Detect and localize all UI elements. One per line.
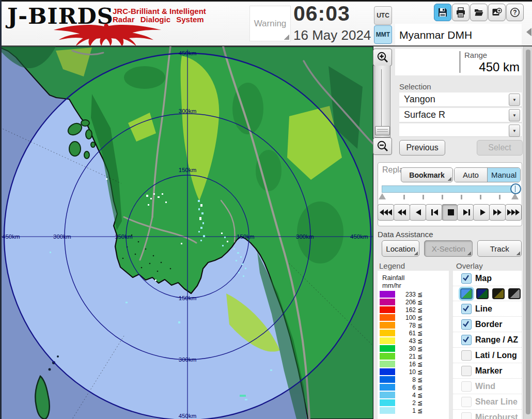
open-folder-button[interactable] [470,4,488,21]
fastest-rewind-button[interactable] [378,204,394,221]
map-style-swatch[interactable] [492,288,505,299]
overlay-item-range-az[interactable]: Range / AZ [453,332,522,348]
product-dropdown[interactable]: Surface R ▼ [399,108,522,122]
radar-echo [240,395,246,397]
zoom-out-button[interactable] [373,137,392,155]
step-back-button[interactable] [426,204,442,221]
radar-echo [126,302,128,303]
svg-text:450km: 450km [179,413,197,419]
checkbox[interactable] [461,350,472,361]
eagle-logo-icon [5,23,210,45]
legend-row: 1 ≦ [380,407,447,414]
manual-mode-button[interactable]: Manual [488,168,520,182]
chevron-down-icon[interactable]: ▼ [509,109,520,121]
map-style-swatch[interactable] [508,288,521,299]
radar-echo [245,268,246,269]
radar-echo [203,235,205,237]
site-dropdown-value: Yangon [404,94,435,105]
overlay-item-label: Line [475,304,492,314]
legend-value: 2 [397,399,416,407]
help-button[interactable]: ? [506,4,524,21]
zoom-slider-handle[interactable] [375,126,390,135]
checkbox[interactable] [461,412,472,419]
legend-value: 1 [397,407,416,414]
zoom-in-button[interactable] [373,49,392,66]
play-button[interactable] [473,204,490,221]
replay-slider-handle[interactable] [510,183,521,194]
overlay-item-border[interactable]: Border [453,317,522,332]
auto-mode-button[interactable]: Auto [455,168,488,182]
chevron-down-icon[interactable]: ▼ [509,125,520,137]
radar-echo [200,240,202,241]
app-logo: J-BIRDS JRC-Brilliant & Intelligent Rada… [4,2,211,44]
legend-value: 61 [397,330,416,337]
checkbox[interactable] [461,319,472,330]
legend-color-swatch [380,322,395,329]
overlay-item-microburst[interactable]: Microburst [453,410,522,419]
chevron-down-icon[interactable]: ▼ [509,94,520,106]
overlay-item-wind[interactable]: Wind [453,379,522,394]
legend-value: 206 [397,299,416,306]
radar-echo [227,241,228,242]
legend-row: 100 ≦ [380,314,447,321]
location-button[interactable]: Location [382,240,419,257]
legend-row: 30 ≦ [380,345,447,352]
x-section-button[interactable]: X-Section [424,240,473,257]
print-button[interactable] [452,4,470,21]
legend-value: 8 [397,376,416,383]
overlay-item-lati-long[interactable]: Lati / Long [453,348,522,363]
checkbox[interactable] [461,273,472,284]
radar-echo [162,193,163,195]
overlay-label: Overlay [456,261,483,270]
radar-echo [146,195,148,197]
checkbox[interactable] [461,366,472,376]
legend-color-swatch [380,330,395,336]
panel-collapse-arrow[interactable] [526,28,531,36]
fast-forward-button[interactable] [489,204,506,221]
fastest-forward-button[interactable] [505,204,522,221]
legend-color-swatch [380,361,395,367]
warning-button[interactable]: Warning [249,6,291,41]
svg-text:150km: 150km [179,295,197,301]
overlay-item-shear-line[interactable]: Shear Line [453,394,522,410]
site-dropdown[interactable]: Yangon ▼ [399,92,522,107]
overlay-item-marker[interactable]: Marker [453,363,522,379]
svg-text:150km: 150km [237,234,255,240]
checkbox[interactable] [461,304,472,314]
bookmark-button[interactable]: Bookmark [401,167,453,182]
radar-echo [165,201,167,203]
legend-scale: 233 ≦ 206 ≦ 162 ≦ 100 ≦ 78 ≦ 61 ≦ 43 ≦ 3… [380,290,447,414]
stop-button[interactable] [442,204,458,221]
legend-row: 43 ≦ [380,337,447,345]
map-style-swatch[interactable] [460,288,473,299]
checkbox[interactable] [461,381,472,392]
panel-scrollbar-thumb[interactable] [526,50,530,414]
overlay-item-map[interactable]: Map [453,271,522,286]
track-button[interactable]: Track [477,240,522,257]
dropdown-wedge-icon [516,251,520,255]
checkbox[interactable] [461,397,472,407]
play-reverse-button[interactable] [410,204,426,221]
fast-rewind-button[interactable] [394,204,410,221]
radar-map[interactable]: 450km 300km 150km 150km 300km 450km 450k… [0,46,373,419]
legend-row: 6 ≦ [380,383,447,391]
previous-button[interactable]: Previous [399,140,445,156]
select-button[interactable]: Select [477,140,523,156]
mmt-button[interactable]: MMT [374,25,392,44]
play-icon [475,209,488,216]
legend-color-swatch [380,314,395,321]
step-forward-button[interactable] [457,204,474,221]
map-style-swatch[interactable] [476,288,489,299]
utc-button[interactable]: UTC [374,6,392,25]
zoom-out-icon [377,140,389,152]
checkbox[interactable] [461,335,472,345]
legend-row: 16 ≦ [380,360,447,368]
save-button[interactable] [434,4,451,21]
svg-text:150km: 150km [179,167,197,173]
replay-slider-track[interactable] [382,185,520,193]
extra-dropdown[interactable]: ▼ [399,123,522,137]
overlay-item-line[interactable]: Line [453,301,522,317]
legend-value: 162 [397,306,416,314]
add-image-button[interactable] [488,4,506,21]
legend-row: 233 ≦ [380,290,447,298]
